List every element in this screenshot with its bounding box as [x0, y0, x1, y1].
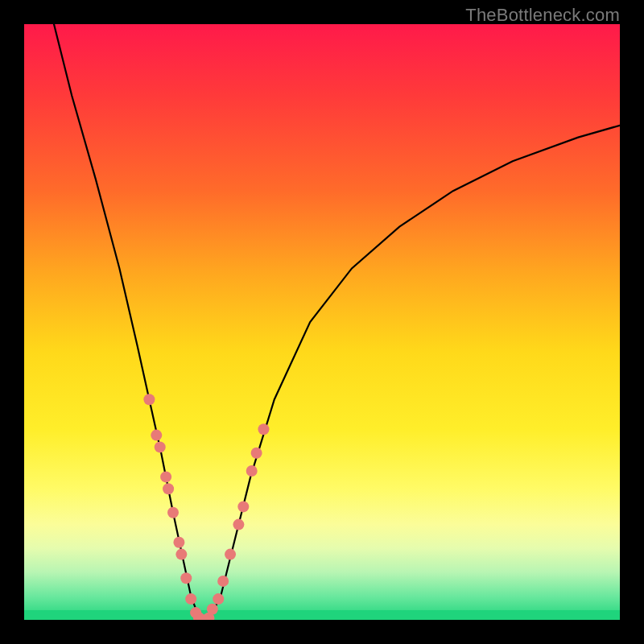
chart-container: TheBottleneck.com — [0, 0, 644, 644]
plot-area — [24, 24, 620, 620]
plot-baseline — [24, 610, 620, 620]
watermark-text: TheBottleneck.com — [465, 5, 620, 26]
